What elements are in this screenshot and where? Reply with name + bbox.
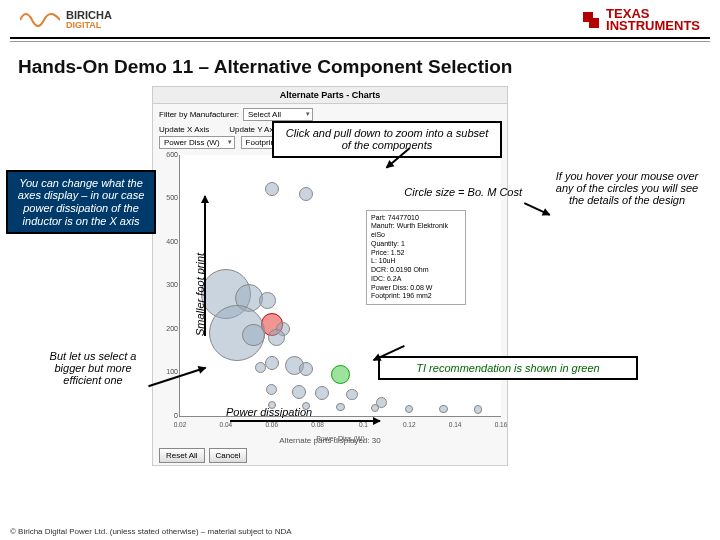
data-point[interactable] (268, 329, 285, 346)
data-point[interactable] (299, 362, 313, 376)
data-point[interactable] (292, 385, 306, 399)
x-tick: 0.02 (174, 421, 187, 428)
x-tick: 0.04 (220, 421, 233, 428)
data-point[interactable] (265, 356, 279, 370)
callout-axes-change: You can change what the axes display – i… (6, 170, 156, 235)
callout-circle-size: Circle size = Bo. M Cost (376, 186, 522, 198)
data-point[interactable] (259, 292, 276, 309)
x-axis-annotation: Power dissipation (226, 406, 312, 418)
data-point[interactable] (439, 405, 447, 413)
tooltip-l: L: 10uH (371, 257, 461, 266)
tooltip-price: Price: 1.52 (371, 249, 461, 258)
x-tick: 0.14 (449, 421, 462, 428)
tooltip-pd: Power Diss: 0.08 W (371, 284, 461, 293)
arrow-hover-icon (524, 202, 550, 216)
content-area: Alternate Parts - Charts Filter by Manuf… (0, 86, 720, 496)
tooltip-mfr: Manufr: Wurth Elektronik eiSo (371, 222, 461, 240)
biricha-sub: DIGITAL (66, 21, 112, 30)
y-tick: 0 (158, 412, 178, 419)
data-point[interactable] (265, 182, 279, 196)
filter-label: Filter by Manufacturer: (159, 110, 239, 119)
alt-parts-count: Alternate parts displayed: 30 (153, 436, 507, 445)
y-tick: 500 (158, 194, 178, 201)
tooltip-dcr: DCR: 0.0190 Ohm (371, 266, 461, 275)
tooltip-part: Part: 74477010 (371, 214, 461, 223)
tooltip-fp: Footprint: 196 mm2 (371, 292, 461, 301)
ti-logo: TEXAS INSTRUMENTS (580, 8, 700, 33)
x-axis-select[interactable]: Power Diss (W) (159, 136, 235, 149)
reset-all-button[interactable]: Reset All (159, 448, 205, 463)
y-tick: 300 (158, 281, 178, 288)
data-point[interactable] (299, 187, 313, 201)
data-point[interactable] (242, 324, 264, 346)
data-point[interactable] (376, 397, 387, 408)
cancel-button[interactable]: Cancel (209, 448, 248, 463)
chart-panel-title: Alternate Parts - Charts (153, 87, 507, 104)
data-point[interactable] (315, 386, 329, 400)
ti-line2: INSTRUMENTS (606, 20, 700, 32)
callout-select-bigger: But let us select a bigger but more effi… (46, 350, 140, 386)
y-tick: 200 (158, 325, 178, 332)
y-tick: 600 (158, 151, 178, 158)
x-tick: 0.08 (311, 421, 324, 428)
arrow-horizontal-icon (230, 420, 380, 422)
data-point[interactable] (331, 365, 351, 385)
data-point[interactable] (255, 362, 266, 373)
biricha-wave-icon (20, 8, 60, 32)
divider-thin (10, 41, 710, 42)
datapoint-tooltip: Part: 74477010 Manufr: Wurth Elektronik … (366, 210, 466, 306)
update-x-label: Update X Axis (159, 125, 209, 134)
biricha-logo: BIRICHA DIGITAL (20, 8, 112, 32)
x-tick: 0.16 (495, 421, 508, 428)
callout-zoom: Click and pull down to zoom into a subse… (272, 121, 502, 158)
page-title: Hands-On Demo 11 – Alternative Component… (0, 52, 720, 86)
data-point[interactable] (266, 384, 277, 395)
callout-hover: If you hover your mouse over any of the … (552, 170, 702, 206)
x-tick: 0.06 (265, 421, 278, 428)
y-tick: 100 (158, 368, 178, 375)
divider-thick (10, 37, 710, 39)
x-tick: 0.12 (403, 421, 416, 428)
data-point[interactable] (405, 405, 413, 413)
callout-ti-recommendation: TI recommendation is shown in green (378, 356, 638, 381)
y-tick: 400 (158, 238, 178, 245)
filter-select[interactable]: Select All (243, 108, 313, 121)
header: BIRICHA DIGITAL TEXAS INSTRUMENTS (0, 0, 720, 37)
arrow-vertical-icon (204, 196, 206, 336)
ti-chip-icon (580, 9, 602, 31)
x-tick: 0.1 (359, 421, 368, 428)
data-point[interactable] (336, 403, 344, 411)
data-point[interactable] (474, 405, 482, 413)
tooltip-qty: Quantity: 1 (371, 240, 461, 249)
copyright-footer: © Biricha Digital Power Ltd. (unless sta… (10, 527, 292, 536)
data-point[interactable] (346, 389, 357, 400)
tooltip-idc: IDC: 6.2A (371, 275, 461, 284)
